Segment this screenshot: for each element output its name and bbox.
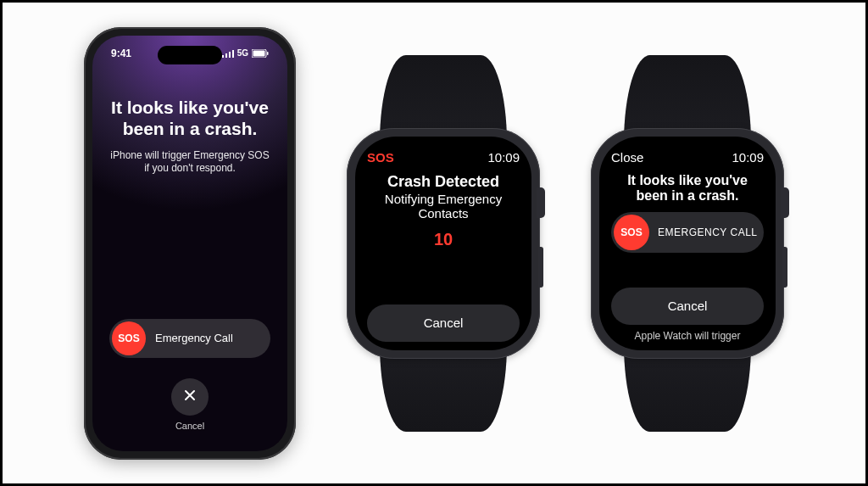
watch-time: 10:09 [487,150,520,165]
marketing-frame: 9:41 5G It looks like you've been in a c… [0,0,868,486]
notifying-contacts-label: Notifying Emergency Contacts [367,192,520,221]
cancel-button[interactable]: Cancel [611,288,764,325]
svg-rect-1 [225,53,227,58]
digital-crown[interactable] [781,187,789,218]
watch-device-1: SOS 10:09 Crash Detected Notifying Emerg… [347,55,540,432]
countdown-timer: 10 [434,230,453,249]
dynamic-island [158,46,222,64]
side-button[interactable] [782,247,787,288]
emergency-call-label: Emergency Call [146,332,268,344]
crash-title: It looks like you've been in a crash. [611,173,764,204]
digital-crown[interactable] [537,187,545,218]
battery-icon [252,49,269,58]
emergency-call-slider[interactable]: SOS Emergency Call [109,319,270,358]
side-button[interactable] [538,247,543,288]
watch-screen-2: Close 10:09 It looks like you've been in… [599,137,776,350]
sos-badge-icon[interactable]: SOS [112,321,146,355]
signal-icon [222,49,234,58]
emergency-call-label: EMERGENCY CALL [649,227,761,238]
svg-rect-5 [253,50,265,56]
network-label: 5G [237,48,248,58]
sos-badge-icon[interactable]: SOS [614,215,649,250]
close-button[interactable]: Close [611,150,643,165]
sos-indicator: SOS [367,150,394,165]
iphone-device: 9:41 5G It looks like you've been in a c… [84,27,296,460]
cancel-button[interactable]: Cancel [367,304,520,342]
watch-status-bar: SOS 10:09 [367,150,520,165]
iphone-cancel-section: Cancel [171,378,209,431]
svg-rect-3 [232,50,234,58]
watch-footer-text: Apple Watch will trigger [635,330,741,342]
iphone-crash-title: It looks like you've been in a crash. [109,97,270,139]
crash-detected-title: Crash Detected [387,173,499,191]
emergency-call-slider[interactable]: SOS EMERGENCY CALL [611,212,764,253]
svg-rect-2 [229,52,231,58]
cancel-label: Cancel [668,299,708,313]
watch-case: SOS 10:09 Crash Detected Notifying Emerg… [347,128,540,359]
watch-body: It looks like you've been in a crash. SO… [611,173,764,342]
close-icon [184,389,196,405]
watch-status-bar: Close 10:09 [611,150,764,165]
watch-time: 10:09 [732,150,764,165]
watch-body: Crash Detected Notifying Emergency Conta… [367,173,520,342]
watch-case: Close 10:09 It looks like you've been in… [591,128,784,359]
watch-screen-1: SOS 10:09 Crash Detected Notifying Emerg… [355,137,531,350]
watch-device-2: Close 10:09 It looks like you've been in… [591,55,784,432]
iphone-screen: 9:41 5G It looks like you've been in a c… [92,36,287,451]
iphone-status-right: 5G [222,47,269,59]
svg-rect-6 [267,52,269,55]
cancel-label: Cancel [171,421,209,431]
cancel-label: Cancel [424,316,464,330]
iphone-content: It looks like you've been in a crash. iP… [92,97,287,176]
iphone-crash-subtitle: iPhone will trigger Emergency SOS if you… [109,149,270,176]
cancel-button[interactable] [171,378,209,416]
iphone-time: 9:41 [111,47,131,59]
